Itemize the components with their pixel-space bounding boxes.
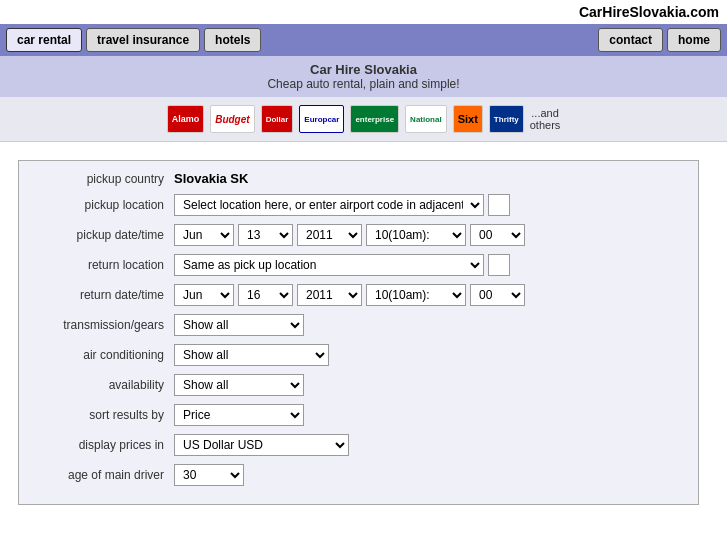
pickup-datetime-control: Jun 13 2011 10(10am): 00: [174, 224, 525, 246]
currency-select[interactable]: US Dollar USD: [174, 434, 349, 456]
brand-dollar: Dollar: [261, 105, 294, 133]
sort-control: Price: [174, 404, 304, 426]
availability-label: availability: [34, 378, 174, 392]
pickup-country-row: pickup country Slovakia SK: [34, 171, 683, 186]
return-month-select[interactable]: Jun: [174, 284, 234, 306]
display-prices-row: display prices in US Dollar USD: [34, 434, 683, 456]
nav-contact[interactable]: contact: [598, 28, 663, 52]
return-datetime-label: return date/time: [34, 288, 174, 302]
pickup-month-select[interactable]: Jun: [174, 224, 234, 246]
transmission-row: transmission/gears Show all: [34, 314, 683, 336]
nav-hotels[interactable]: hotels: [204, 28, 261, 52]
age-select[interactable]: 30: [174, 464, 244, 486]
pickup-datetime-label: pickup date/time: [34, 228, 174, 242]
return-location-label: return location: [34, 258, 174, 272]
availability-control: Show all: [174, 374, 304, 396]
return-location-select[interactable]: Same as pick up location: [174, 254, 484, 276]
pickup-time-select[interactable]: 10(10am):: [366, 224, 466, 246]
transmission-label: transmission/gears: [34, 318, 174, 332]
site-header: Car Hire Slovakia Cheap auto rental, pla…: [0, 56, 727, 97]
display-prices-label: display prices in: [34, 438, 174, 452]
brand-europcar: Europcar: [299, 105, 344, 133]
availability-select[interactable]: Show all: [174, 374, 304, 396]
pickup-location-swatch: [488, 194, 510, 216]
pickup-country-text: Slovakia SK: [174, 171, 248, 186]
age-control: 30: [174, 464, 244, 486]
main-content: pickup country Slovakia SK pickup locati…: [0, 142, 727, 533]
nav-home[interactable]: home: [667, 28, 721, 52]
return-datetime-control: Jun 16 2011 10(10am): 00: [174, 284, 525, 306]
domain-title: CarHireSlovakia.com: [0, 0, 727, 24]
return-day-select[interactable]: 16: [238, 284, 293, 306]
brand-alamo: Alamo: [167, 105, 205, 133]
sort-row: sort results by Price: [34, 404, 683, 426]
pickup-location-select[interactable]: Select location here, or enter airport c…: [174, 194, 484, 216]
brand-national: National: [405, 105, 447, 133]
brand-others: ...andothers: [530, 107, 561, 131]
nav-travel-insurance[interactable]: travel insurance: [86, 28, 200, 52]
pickup-country-label: pickup country: [34, 172, 174, 186]
pickup-year-select[interactable]: 2011: [297, 224, 362, 246]
return-location-control: Same as pick up location: [174, 254, 510, 276]
site-subtitle: Cheap auto rental, plain and simple!: [6, 77, 721, 91]
return-min-select[interactable]: 00: [470, 284, 525, 306]
pickup-location-control: Select location here, or enter airport c…: [174, 194, 510, 216]
pickup-location-row: pickup location Select location here, or…: [34, 194, 683, 216]
pickup-datetime-row: pickup date/time Jun 13 2011 10(10am): 0…: [34, 224, 683, 246]
transmission-control: Show all: [174, 314, 304, 336]
return-location-swatch: [488, 254, 510, 276]
return-time-select[interactable]: 10(10am):: [366, 284, 466, 306]
pickup-day-select[interactable]: 13: [238, 224, 293, 246]
display-prices-control: US Dollar USD: [174, 434, 349, 456]
availability-row: availability Show all: [34, 374, 683, 396]
return-datetime-row: return date/time Jun 16 2011 10(10am): 0…: [34, 284, 683, 306]
transmission-select[interactable]: Show all: [174, 314, 304, 336]
brand-sixt: Sixt: [453, 105, 483, 133]
site-title: Car Hire Slovakia: [6, 62, 721, 77]
air-conditioning-row: air conditioning Show all: [34, 344, 683, 366]
sort-select[interactable]: Price: [174, 404, 304, 426]
age-row: age of main driver 30: [34, 464, 683, 486]
air-conditioning-select[interactable]: Show all: [174, 344, 329, 366]
nav-car-rental[interactable]: car rental: [6, 28, 82, 52]
brand-enterprise: enterprise: [350, 105, 399, 133]
pickup-country-value: Slovakia SK: [174, 171, 248, 186]
brand-bar: Alamo Budget Dollar Europcar enterprise …: [0, 97, 727, 142]
age-label: age of main driver: [34, 468, 174, 482]
pickup-min-select[interactable]: 00: [470, 224, 525, 246]
brand-budget: Budget: [210, 105, 254, 133]
brand-thrifty: Thrifty: [489, 105, 524, 133]
nav-bar: car rental travel insurance hotels conta…: [0, 24, 727, 56]
air-conditioning-label: air conditioning: [34, 348, 174, 362]
sort-label: sort results by: [34, 408, 174, 422]
air-conditioning-control: Show all: [174, 344, 329, 366]
search-form: pickup country Slovakia SK pickup locati…: [18, 160, 699, 505]
pickup-location-label: pickup location: [34, 198, 174, 212]
return-location-row: return location Same as pick up location: [34, 254, 683, 276]
return-year-select[interactable]: 2011: [297, 284, 362, 306]
